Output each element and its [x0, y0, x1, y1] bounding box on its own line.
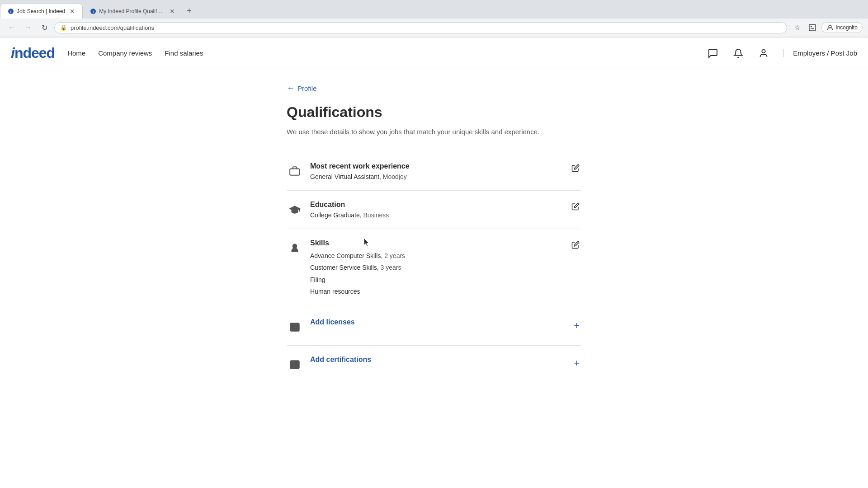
main-content: ← Profile Qualifications We use these de…: [276, 69, 592, 398]
tab-favicon: i: [8, 8, 14, 14]
browser-chrome: i Job Search | Indeed ✕ i My Indeed Prof…: [0, 0, 868, 38]
skills-title: Skills: [310, 239, 562, 247]
notifications-icon[interactable]: [730, 45, 746, 61]
toolbar-actions: ☆ Incognito: [791, 21, 863, 34]
skills-icon: [287, 240, 303, 256]
skills-edit-button[interactable]: [570, 239, 581, 253]
licenses-body: Add licenses: [310, 318, 565, 326]
skills-body: Skills Advance Computer Skills, 2 years …: [310, 239, 562, 298]
work-experience-edit-button[interactable]: [570, 162, 581, 176]
browser-toolbar: ← → ↻ 🔒 profile.indeed.com/qualification…: [0, 19, 868, 37]
education-degree: College Graduate: [310, 211, 360, 219]
work-experience-icon: [287, 163, 303, 179]
messages-icon[interactable]: [705, 45, 721, 61]
incognito-button[interactable]: Incognito: [821, 22, 863, 33]
account-icon[interactable]: [755, 45, 772, 61]
certifications-section: Add certifications +: [287, 345, 581, 383]
certifications-body: Add certifications: [310, 356, 565, 364]
back-arrow-icon: ←: [287, 84, 295, 93]
tab-favicon-2: i: [90, 8, 96, 14]
logo-text: indeed: [11, 45, 55, 61]
new-tab-button[interactable]: +: [182, 4, 196, 19]
skill-item-4: Human resources: [310, 286, 562, 298]
nav-home[interactable]: Home: [67, 49, 85, 57]
bookmark-button[interactable]: ☆: [791, 21, 803, 34]
education-subtitle: College Graduate, Business: [310, 211, 562, 219]
page-description: We use these details to show you jobs th…: [287, 127, 581, 137]
svg-rect-5: [811, 26, 812, 27]
skill-item-1: Advance Computer Skills, 2 years: [310, 250, 562, 262]
active-tab[interactable]: i Job Search | Indeed ✕: [0, 4, 83, 19]
address-text: profile.indeed.com/qualifications: [71, 24, 154, 31]
svg-text:i: i: [93, 9, 94, 14]
licenses-icon: [287, 319, 303, 335]
logo-ndeed: ndeed: [14, 45, 55, 61]
education-field: Business: [363, 211, 389, 219]
work-experience-title: Most recent work experience: [310, 162, 562, 170]
header-left: indeed Home Company reviews Find salarie…: [11, 45, 203, 61]
skills-section: Skills Advance Computer Skills, 2 years …: [287, 229, 581, 308]
svg-rect-4: [809, 24, 816, 31]
work-experience-body: Most recent work experience General Virt…: [310, 162, 562, 180]
svg-point-14: [293, 362, 297, 365]
add-certifications-title[interactable]: Add certifications: [310, 356, 565, 364]
back-nav-button[interactable]: ←: [5, 21, 18, 34]
licenses-section: Add licenses +: [287, 308, 581, 345]
reload-button[interactable]: ↻: [38, 21, 51, 34]
incognito-label: Incognito: [835, 24, 858, 31]
education-body: Education College Graduate, Business: [310, 201, 562, 219]
indeed-logo[interactable]: indeed: [11, 45, 55, 61]
svg-point-8: [762, 49, 765, 52]
work-experience-subtitle: General Virtual Assistant, Moodjoy: [310, 173, 562, 180]
lock-icon: 🔒: [60, 24, 67, 31]
education-edit-button[interactable]: [570, 201, 581, 214]
tab-close-inactive[interactable]: ✕: [170, 8, 175, 15]
add-licenses-title[interactable]: Add licenses: [310, 318, 565, 326]
back-to-profile-link[interactable]: ← Profile: [287, 84, 581, 93]
address-bar[interactable]: 🔒 profile.indeed.com/qualifications: [54, 22, 787, 33]
page-title: Qualifications: [287, 104, 581, 121]
forward-nav-button[interactable]: →: [22, 21, 34, 34]
education-title: Education: [310, 201, 562, 209]
browser-tabs: i Job Search | Indeed ✕ i My Indeed Prof…: [0, 0, 868, 19]
svg-point-12: [293, 324, 297, 328]
work-experience-section: Most recent work experience General Virt…: [287, 152, 581, 190]
inactive-tab[interactable]: i My Indeed Profile Qualifcations ✕: [83, 4, 182, 19]
skill-item-2: Customer Service Skills, 3 years: [310, 262, 562, 274]
svg-rect-6: [811, 28, 814, 29]
nav-company-reviews[interactable]: Company reviews: [98, 49, 152, 57]
education-section: Education College Graduate, Business: [287, 190, 581, 229]
skill-item-3: Filing: [310, 274, 562, 286]
work-experience-company: General Virtual Assistant: [310, 173, 379, 180]
work-experience-detail: Moodjoy: [383, 173, 407, 180]
education-icon: [287, 202, 303, 218]
work-sep: ,: [379, 173, 383, 180]
certifications-icon: [287, 357, 303, 373]
skills-list: Advance Computer Skills, 2 years Custome…: [310, 250, 562, 298]
employers-post-job-link[interactable]: Employers / Post Job: [783, 49, 857, 57]
profile-button[interactable]: [806, 21, 819, 34]
header-right: Employers / Post Job: [705, 45, 857, 61]
tab-title-inactive: My Indeed Profile Qualifcations: [99, 8, 165, 14]
nav-find-salaries[interactable]: Find salaries: [165, 49, 203, 57]
main-nav: Home Company reviews Find salaries: [67, 49, 203, 57]
tab-close-active[interactable]: ✕: [70, 8, 75, 15]
logo-i: i: [11, 45, 14, 61]
svg-text:i: i: [10, 9, 12, 14]
site-header: indeed Home Company reviews Find salarie…: [0, 38, 868, 69]
back-link-label: Profile: [297, 84, 317, 92]
tab-title-active: Job Search | Indeed: [17, 8, 65, 14]
add-certifications-button[interactable]: +: [572, 356, 581, 371]
add-licenses-button[interactable]: +: [572, 318, 581, 333]
